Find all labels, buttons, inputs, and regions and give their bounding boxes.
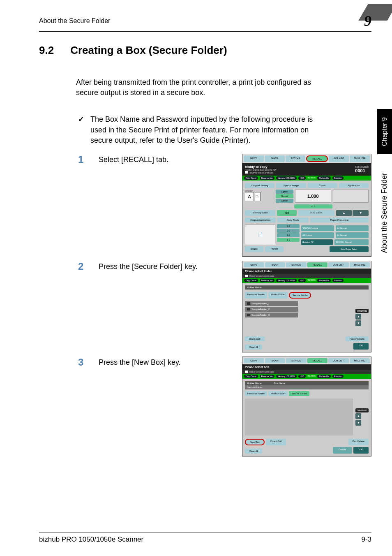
scroll-up[interactable]: ▲ (355, 413, 361, 419)
status-sub2: Ready to receive print data (245, 171, 277, 174)
folder-item[interactable]: SampleFolder_1 (245, 301, 298, 306)
side-chapter-tab: Chapter 9 (377, 109, 392, 154)
tab-scan[interactable]: SCAN (265, 155, 285, 162)
clear-all-button[interactable]: Clear All (245, 345, 262, 350)
direct-call-button[interactable]: Direct Call (245, 336, 265, 341)
tray-1[interactable]: SPECIAL Normal (301, 225, 334, 231)
tab-copy[interactable]: COPY (244, 358, 264, 363)
chapter-badge: 9 (364, 12, 371, 30)
secure-folder-tab[interactable]: Secure Folder (289, 391, 309, 396)
tray-4[interactable]: A4 Normal (336, 232, 369, 238)
punch-button[interactable]: Punch (265, 246, 284, 252)
step-text: Press the [New Box] key. (99, 357, 230, 367)
bar-hdd: HDD (298, 176, 306, 180)
secure-folder-tab[interactable]: Secure Folder (289, 292, 311, 299)
original-setting-button[interactable]: Original Setting (245, 183, 274, 188)
bar-modem: Modem Err (317, 176, 331, 180)
box-delete-button[interactable]: Box Delete (348, 439, 369, 445)
tab-scan[interactable]: SCAN (265, 358, 286, 363)
staple-button[interactable]: Staple (245, 246, 263, 252)
tab-recall[interactable]: RECALL (307, 262, 328, 267)
tray-3[interactable]: A3 Normal (301, 232, 334, 238)
clear-all-button[interactable]: Clear All (245, 449, 262, 454)
tab-status[interactable]: STATUS (286, 358, 307, 363)
step-number: 1 (78, 154, 86, 165)
scroll-up[interactable]: ▲ (336, 210, 352, 216)
mode-22[interactable]: 2-2 (277, 224, 300, 228)
running-header: About the Secure Folder 9 (39, 12, 371, 32)
tray-2[interactable]: A4 Normal (336, 225, 369, 231)
tab-status[interactable]: STATUS (286, 155, 306, 162)
direction-icon[interactable]: ☐↕ (255, 192, 261, 201)
density-normal[interactable]: Normal (276, 194, 293, 198)
tab-scan[interactable]: SCAN (265, 262, 286, 267)
output-app-button[interactable]: Output Application (245, 218, 276, 222)
zoom-button[interactable]: Zoom (308, 183, 337, 188)
rotation-off[interactable]: Rotation Off (301, 239, 333, 245)
screen-body: Original Setting Special Image Zoom Appl… (242, 181, 371, 256)
tab-joblist[interactable]: JOB LIST (328, 262, 349, 267)
info-bar: Orig. Count Reserve Job Memory 100.000% … (242, 374, 371, 379)
personal-folder-tab[interactable]: Personal Folder (245, 292, 267, 299)
pager: 0001/0001 (355, 408, 369, 412)
direct-call-button[interactable]: Direct Call (266, 439, 286, 445)
lock-icon (247, 302, 250, 305)
scroll-down[interactable]: ▼ (353, 210, 369, 216)
tab-copy[interactable]: COPY (244, 155, 264, 162)
step-number: 3 (78, 357, 86, 368)
tab-recall[interactable]: RECALL (307, 358, 328, 363)
scroll-down[interactable]: ▼ (355, 320, 361, 326)
public-folder-tab[interactable]: Public Folder (268, 391, 288, 396)
ok-button[interactable]: OK (353, 343, 369, 350)
step-3: 3 Press the [New Box] key. COPY SCAN STA… (78, 357, 371, 456)
density-darker[interactable]: Darker (276, 199, 293, 203)
paper-presetting-button[interactable]: Paper Presetting (310, 218, 369, 222)
tab-joblist[interactable]: JOB LIST (329, 155, 349, 162)
select-header: Please select box (242, 364, 371, 370)
screen-tabs: COPY SCAN STATUS RECALL JOB LIST MACHINE (242, 357, 371, 364)
tab-status[interactable]: STATUS (286, 262, 307, 267)
zoom-x1[interactable]: x1.0 (294, 204, 332, 208)
density-lighter[interactable]: Lighter (276, 190, 293, 194)
tab-joblist[interactable]: JOB LIST (328, 358, 349, 363)
ok-button[interactable]: OK (353, 447, 369, 454)
application-button[interactable]: Application (339, 183, 369, 188)
secure-folder-label: Secure Folder (245, 385, 369, 389)
tab-machine[interactable]: MACHINE (350, 358, 370, 363)
zoom-value: 1.000 (307, 194, 319, 199)
copy-mode-button[interactable]: Copy Mode (277, 218, 308, 222)
folder-delete-button[interactable]: Folder Delete (346, 336, 369, 341)
mode-21[interactable]: 2-1 (277, 229, 300, 233)
mode-12[interactable]: 1-2 (277, 233, 300, 237)
side-title: About the Secure Folder (380, 173, 389, 253)
scroll-up[interactable]: ▲ (355, 314, 361, 320)
public-folder-tab[interactable]: Public Folder (268, 292, 288, 299)
special-image-button[interactable]: Special Image (276, 183, 306, 188)
tab-copy[interactable]: COPY (244, 262, 264, 267)
folder-item[interactable]: SampleFolder_3 (245, 313, 298, 317)
printer-icon (245, 275, 248, 277)
checkmark-note: The Box Name and Password inputted by th… (90, 114, 330, 146)
bar-memory: Memory 100.000% (276, 176, 297, 180)
new-box-button[interactable]: New Box (245, 439, 265, 445)
screenshot-1: COPY SCAN STATUS RECALL JOB LIST MACHINE… (242, 154, 371, 257)
scroll-down[interactable]: ▼ (355, 420, 361, 426)
bar-reserve: Reserve Job (260, 176, 274, 180)
screen-tabs: COPY SCAN STATUS RECALL JOB LIST MACHINE (242, 154, 371, 163)
section-number: 9.2 (39, 44, 54, 57)
cancel-button[interactable]: Cancel (333, 447, 352, 454)
auto-zoom-button[interactable]: Auto Zoom (298, 210, 334, 216)
personal-folder-tab[interactable]: Personal Folder (245, 391, 267, 396)
tab-machine[interactable]: MACHINE (350, 262, 370, 267)
auto-paper-button[interactable]: Auto Paper Select (330, 246, 369, 252)
tab-recall[interactable]: RECALL (306, 155, 328, 162)
set-counter: 0001 (355, 168, 369, 173)
mode-11[interactable]: 1-1 (277, 238, 300, 242)
tab-machine[interactable]: MACHINE (350, 155, 370, 162)
memory-scan-button[interactable]: Memory Scan (245, 210, 275, 216)
aes-button[interactable]: AES (277, 210, 297, 216)
folder-item[interactable]: SampleFolder_2 (245, 307, 298, 312)
tray-5[interactable]: SPECIAL Normal (334, 239, 369, 245)
lock-icon (247, 308, 250, 310)
direction-a[interactable]: A (245, 192, 254, 201)
